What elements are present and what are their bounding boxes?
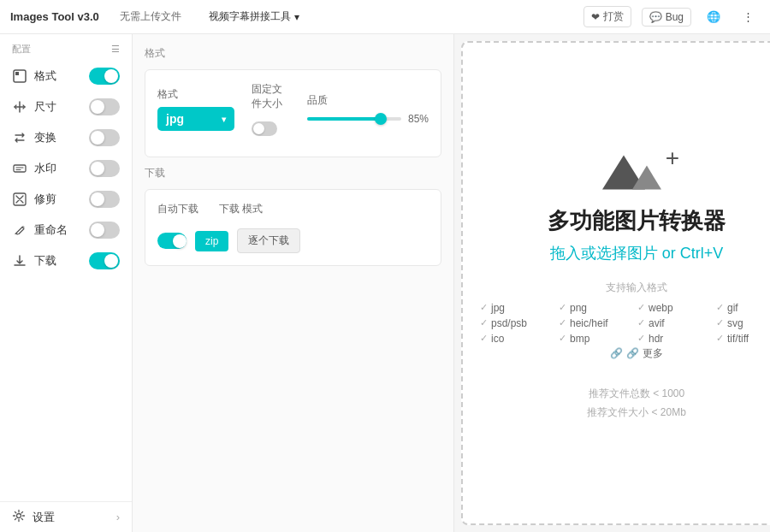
download-icon (12, 253, 27, 269)
auto-download-toggle[interactable] (157, 233, 187, 249)
recommend-text: 推荐文件总数 < 1000 推荐文件大小 < 20Mb (587, 385, 686, 422)
main-layout: 配置 ☰ 格式 尺寸 (0, 34, 770, 532)
download-mode-label: 下载 模式 (219, 202, 263, 216)
svg-rect-1 (15, 72, 19, 75)
recommend-count: 推荐文件总数 < 1000 (587, 385, 686, 404)
drop-subtitle: 拖入或选择图片 or Ctrl+V (550, 243, 724, 263)
quality-group: 品质 85% (307, 93, 429, 125)
svg-rect-2 (14, 165, 26, 172)
sidebar-item-convert[interactable]: 变换 (0, 122, 132, 153)
fixed-size-label: 固定文件大小 (252, 82, 290, 111)
format-label: 格式 (157, 87, 234, 102)
sidebar: 配置 ☰ 格式 尺寸 (0, 34, 133, 532)
format-item-heic: ✓ heic/heif (559, 317, 636, 329)
download-section-title: 下载 (145, 166, 441, 180)
drop-title: 多功能图片转换器 (548, 206, 726, 236)
fixed-size-group: 固定文件大小 (252, 82, 290, 136)
nav-tab-upload[interactable]: 无需上传文件 (113, 6, 188, 27)
titlebar-left: Images Tool v3.0 无需上传文件 视频字幕拼接工具 ▾ (10, 6, 306, 27)
quality-value: 85% (408, 113, 429, 125)
format-item-avif: ✓ avif (637, 317, 714, 329)
globe-icon: 🌐 (707, 10, 720, 23)
format-section-title: 格式 (145, 46, 441, 61)
watermark-toggle[interactable] (89, 160, 120, 177)
more-button[interactable]: ⋮ (736, 5, 760, 29)
drop-area[interactable]: + 多功能图片转换器 拖入或选择图片 or Ctrl+V 支持输入格式 ✓ jp… (461, 41, 770, 525)
zip-button[interactable]: zip (195, 231, 228, 251)
dropdown-chevron: ▾ (222, 115, 226, 124)
format-item-tif: ✓ tif/tiff (716, 333, 770, 345)
quality-slider-thumb[interactable] (375, 113, 387, 125)
recommend-size: 推荐文件大小 < 20Mb (587, 404, 686, 423)
quality-label: 品质 (307, 93, 429, 108)
settings-label: 设置 (33, 510, 55, 525)
nav-tab-video[interactable]: 视频字幕拼接工具 ▾ (202, 6, 306, 27)
mountain-plus-group: + (594, 145, 679, 199)
format-dropdown[interactable]: jpg ▾ (157, 107, 234, 131)
more-icon: ⋮ (743, 10, 754, 23)
content-panel: 格式 格式 jpg ▾ 固定文件大小 品质 (133, 34, 453, 532)
svg-point-4 (17, 514, 21, 518)
globe-button[interactable]: 🌐 (702, 5, 726, 29)
convert-toggle[interactable] (89, 129, 120, 146)
like-button[interactable]: ❤ 打赏 (583, 6, 631, 27)
format-item-hdr: ✓ hdr (637, 333, 714, 345)
download-toggle[interactable] (89, 252, 120, 269)
sidebar-item-label-size: 尺寸 (34, 99, 56, 115)
sidebar-item-format[interactable]: 格式 (0, 61, 132, 92)
sidebar-item-label-format: 格式 (34, 68, 56, 84)
sidebar-config-label: 配置 (12, 43, 31, 56)
more-formats-button[interactable]: 🔗 🔗 更多 (480, 346, 770, 361)
plus-icon: + (666, 145, 679, 172)
adjust-icon (12, 192, 27, 207)
link-icon: 🔗 (610, 347, 623, 359)
drop-inner: + 多功能图片转换器 拖入或选择图片 or Ctrl+V 支持输入格式 ✓ jp… (463, 127, 770, 439)
like-icon: ❤ (591, 11, 600, 23)
format-item-bmp: ✓ bmp (559, 333, 636, 345)
auto-download-label: 自动下载 (157, 202, 198, 216)
sidebar-item-size[interactable]: 尺寸 (0, 92, 132, 122)
format-toggle[interactable] (89, 68, 120, 85)
sidebar-item-adjust[interactable]: 修剪 (0, 184, 132, 215)
format-item-ico: ✓ ico (480, 333, 557, 345)
format-group: 格式 jpg ▾ (157, 87, 234, 131)
bug-icon: 💬 (649, 11, 662, 23)
titlebar-right: ❤ 打赏 💬 Bug 🌐 ⋮ (583, 5, 760, 29)
one-by-one-button[interactable]: 逐个下载 (237, 228, 300, 253)
format-item-psd: ✓ psd/psb (480, 317, 557, 329)
quality-slider-track[interactable] (307, 117, 401, 121)
formats-title: 支持输入格式 (480, 281, 770, 295)
format-item-png: ✓ png (559, 302, 636, 314)
download-card: 自动下载 下载 模式 zip 逐个下载 (145, 189, 441, 266)
sidebar-item-label-download: 下载 (34, 253, 56, 269)
bug-button[interactable]: 💬 Bug (642, 8, 691, 27)
sidebar-menu-icon: ☰ (111, 44, 120, 55)
format-icon (12, 68, 27, 84)
settings-chevron: › (116, 511, 120, 523)
size-toggle[interactable] (89, 98, 120, 115)
settings-icon (12, 509, 26, 525)
adjust-toggle[interactable] (89, 191, 120, 208)
rename-toggle[interactable] (89, 222, 120, 239)
fixed-size-toggle[interactable] (252, 121, 277, 136)
sidebar-header: 配置 ☰ (0, 34, 132, 61)
formats-grid: ✓ jpg ✓ png ✓ webp ✓ gif (480, 302, 770, 345)
sidebar-item-label-watermark: 水印 (34, 161, 56, 176)
sidebar-settings[interactable]: 设置 › (0, 501, 132, 532)
convert-icon (12, 130, 27, 145)
mountain-icon (594, 145, 662, 196)
panel-divider (453, 34, 454, 532)
sidebar-item-watermark[interactable]: 水印 (0, 153, 132, 184)
format-card: 格式 jpg ▾ 固定文件大小 品质 (145, 69, 441, 157)
format-item-jpg: ✓ jpg (480, 302, 557, 314)
formats-section: 支持输入格式 ✓ jpg ✓ png ✓ webp ✓ (480, 281, 770, 361)
sidebar-item-label-rename: 重命名 (34, 222, 68, 238)
download-row: zip 逐个下载 (157, 228, 429, 253)
sidebar-item-download[interactable]: 下载 (0, 245, 132, 276)
size-icon (12, 99, 27, 115)
rename-icon (12, 222, 27, 238)
quality-slider-fill (307, 117, 381, 121)
watermark-icon (12, 161, 27, 176)
sidebar-item-rename[interactable]: 重命名 (0, 215, 132, 245)
sidebar-item-label-adjust: 修剪 (34, 192, 56, 207)
